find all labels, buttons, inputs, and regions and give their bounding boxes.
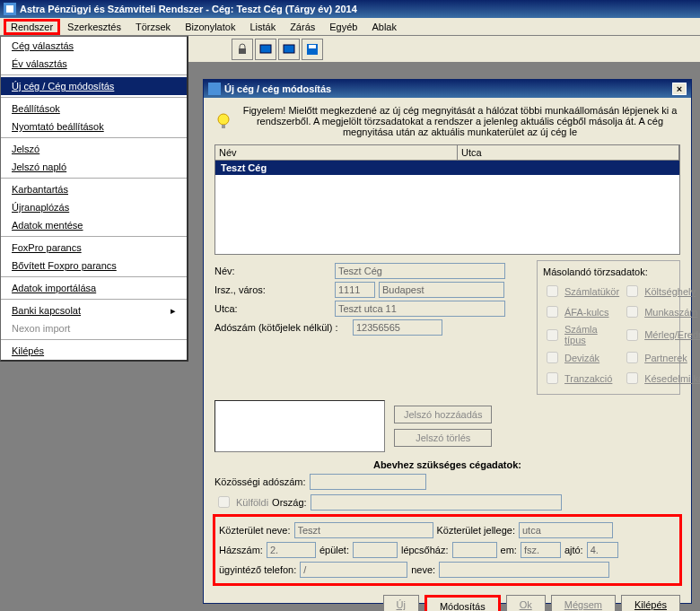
label-hazszam: Házszám: [219,545,263,555]
input-kozt-jel[interactable] [519,522,613,538]
label-orszag: Ország: [272,497,307,508]
menu-item[interactable]: Nexon import [1,319,187,337]
input-ugyintezo[interactable] [300,562,407,578]
menu-torzsek[interactable]: Törzsek [128,20,178,34]
menu-item[interactable]: Adatok mentése [1,216,187,234]
input-neve[interactable] [439,562,609,578]
copy-checkbox[interactable]: Késedelmi kamat [623,370,700,387]
copy-checkbox[interactable]: Devizák [543,349,619,366]
btn-pw-del[interactable]: Jelszó törlés [394,429,492,447]
label-utca: Utca: [214,303,331,314]
menu-item[interactable]: Kilépés [1,342,187,360]
svg-rect-6 [239,48,246,54]
menu-item[interactable]: Cég választás [1,37,187,55]
menu-item[interactable]: Banki kapcsolat▸ [1,301,187,319]
btn-megsem[interactable]: Mégsem [551,595,616,611]
copy-checkbox[interactable]: Munkaszám [623,303,700,320]
close-icon[interactable]: × [672,83,687,95]
input-adoszam[interactable] [353,319,442,336]
dialog-icon [208,83,221,95]
toolbar-save-icon[interactable] [302,39,323,60]
input-koz-ado[interactable] [310,474,426,490]
svg-rect-13 [222,125,225,128]
copy-groupbox: Másolandó törzsadatok: SzámlatükörKöltsé… [537,260,680,395]
copy-checkbox[interactable]: Tranzakció [543,370,619,387]
menu-item[interactable]: Nyomtató beállítások [1,118,187,135]
list-row-selected[interactable]: Teszt Cég [215,161,679,175]
label-epulet: épület: [319,545,349,555]
input-em[interactable] [521,542,561,558]
btn-kilepes[interactable]: Kilépés [621,595,680,611]
input-nev[interactable] [335,263,505,279]
input-utca[interactable] [335,301,505,317]
input-orszag[interactable] [311,494,562,511]
menu-ablak[interactable]: Ablak [364,20,404,34]
copy-checkbox[interactable]: Mérleg/Eredmény [623,324,700,345]
label-kulfoldi: Külföldi [236,497,268,508]
menu-item[interactable]: Jelszó napló [1,158,187,176]
btn-modositas[interactable]: Módosítás [424,595,501,611]
input-ajto[interactable] [587,542,618,558]
input-varos[interactable] [379,282,504,298]
menu-item[interactable]: Új cég / Cég módosítás [1,77,187,95]
list-header: Név Utca [214,144,680,161]
input-epulet[interactable] [353,542,398,558]
label-ugyintezo: ügyintéző telefon: [219,564,296,575]
label-kozt-nev: Közterület neve: [219,525,291,536]
app-icon [4,3,16,15]
toolbar-screen1-icon[interactable] [255,39,276,60]
menu-item[interactable]: FoxPro parancs [1,239,187,257]
svg-rect-8 [284,45,294,53]
copy-checkbox[interactable]: Költséghely [623,283,700,300]
col-utca[interactable]: Utca [458,145,679,160]
col-nev[interactable]: Név [215,145,458,160]
password-area: Jelszó hozzáadás Jelszó törlés [214,400,680,452]
menu-item[interactable]: Jelszó [1,140,187,158]
menu-zaras[interactable]: Zárás [283,20,322,34]
password-list[interactable] [214,400,385,452]
input-hazszam[interactable] [267,542,316,558]
label-nev: Név: [214,266,331,276]
svg-rect-1 [6,5,13,13]
btn-pw-add[interactable]: Jelszó hozzáadás [394,406,492,423]
copy-checkbox[interactable]: ÁFA-kulcs [543,303,619,320]
menubar: Rendszer Szerkesztés Törzsek Bizonylatok… [0,18,700,36]
copy-checkbox[interactable]: Partnerek [623,349,700,366]
input-kozt-nev[interactable] [294,522,433,538]
svg-rect-7 [260,45,271,53]
notice-panel: Figyelem! Mielőtt megkezdené az új cég m… [204,98,691,144]
label-kozt-jel: Közterület jellege: [437,525,515,536]
menu-listak[interactable]: Listák [242,20,283,34]
copy-title: Másolandó törzsadatok: [543,266,674,277]
label-irsz: Irsz., város: [214,284,331,295]
svg-rect-10 [309,45,316,48]
svg-rect-11 [208,83,221,95]
input-irsz[interactable] [335,282,375,298]
menu-item[interactable]: Karbantartás [1,180,187,198]
menu-item[interactable]: Újranaplózás [1,198,187,216]
highlight-address-block: Közterület neve: Közterület jellege: Ház… [213,514,682,586]
dialog-titlebar: Új cég / cég módosítás × [204,80,691,98]
btn-uj[interactable]: Új [383,595,419,611]
menu-egyeb[interactable]: Egyéb [322,20,364,34]
menu-bizonylatok[interactable]: Bizonylatok [178,20,242,34]
company-list[interactable]: Teszt Cég [214,161,680,255]
menu-szerkesztes[interactable]: Szerkesztés [60,20,128,34]
input-lepcso[interactable] [452,542,497,558]
menu-item[interactable]: Bővített Foxpro parancs [1,257,187,275]
toolbar-screen2-icon[interactable] [278,39,300,60]
abev-title: Abevhez szükséges cégadatok: [204,459,691,470]
form-company: Név: Irsz., város: Utca: Adószám (kötője… [214,260,680,395]
btn-ok[interactable]: Ok [506,595,546,611]
svg-point-12 [218,114,229,125]
chk-kulfoldi[interactable] [218,496,230,508]
menu-item[interactable]: Adatok importálása [1,279,187,297]
toolbar-lock-icon[interactable] [232,39,253,60]
menu-rendszer[interactable]: Rendszer [4,19,60,35]
copy-checkbox[interactable]: Számla típus [543,324,619,345]
menu-item[interactable]: Beállítások [1,100,187,118]
window-titlebar: Astra Pénzügyi és Számviteli Rendszer - … [0,0,700,18]
copy-checkbox[interactable]: Számlatükör [543,283,619,300]
button-bar: Új Módosítás Ok Mégsem Kilépés [204,588,691,611]
menu-item[interactable]: Év választás [1,55,187,73]
